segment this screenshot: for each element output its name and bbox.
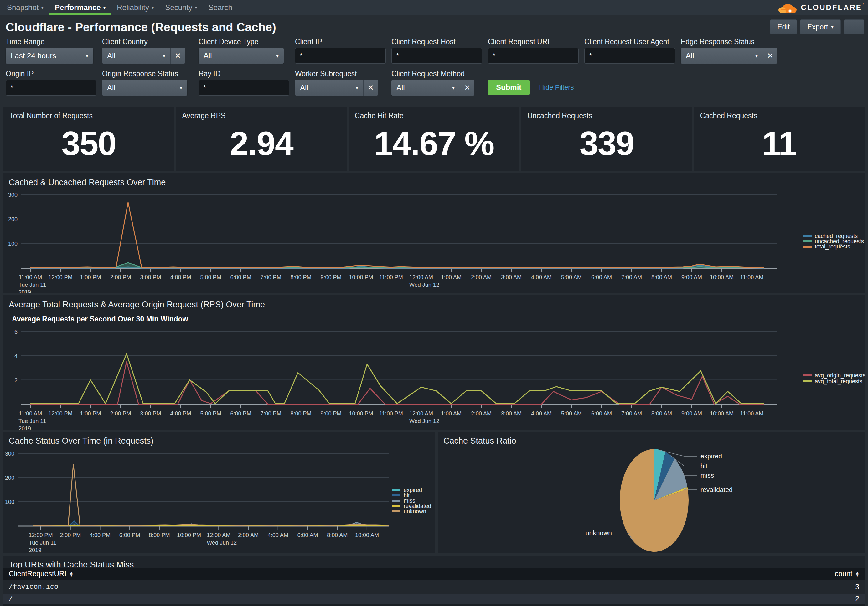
filter-worker-subrequest: Worker Subrequest All ▾ ✕	[295, 70, 391, 96]
svg-text:11:00 PM: 11:00 PM	[379, 274, 403, 280]
svg-text:4:00 PM: 4:00 PM	[170, 410, 191, 417]
svg-text:8:00 AM: 8:00 AM	[327, 532, 347, 538]
caret-down-icon: ▾	[356, 85, 358, 91]
svg-text:3:00 PM: 3:00 PM	[140, 274, 161, 280]
svg-text:7:00 PM: 7:00 PM	[260, 274, 281, 280]
svg-text:11:00 AM: 11:00 AM	[19, 410, 42, 417]
svg-text:3:00 PM: 3:00 PM	[140, 410, 161, 417]
edit-button[interactable]: Edit	[770, 19, 797, 34]
caret-down-icon: ▾	[103, 5, 106, 10]
svg-text:2019: 2019	[19, 289, 31, 293]
svg-text:8:00 AM: 8:00 AM	[651, 410, 672, 417]
client-request-host-input[interactable]	[391, 48, 482, 64]
filter-client-request-uri: Client Request URI	[488, 37, 584, 64]
client-country-clear-button[interactable]: ✕	[170, 48, 185, 64]
svg-text:2:00 PM: 2:00 PM	[60, 532, 81, 538]
pie-label-hit: hit	[701, 462, 707, 469]
submit-button[interactable]: Submit	[488, 80, 530, 95]
export-button[interactable]: Export ▾	[800, 19, 841, 34]
filter-row-2: Origin IP Origin Response Status All ▾ R…	[6, 70, 574, 96]
edge-response-status-clear-button[interactable]: ✕	[763, 48, 777, 64]
svg-text:12:00 PM: 12:00 PM	[48, 410, 72, 417]
legend-label: avg_total_requests	[815, 378, 862, 385]
filter-label: Client Country	[102, 37, 198, 45]
table-row: /favicon.ico 3	[3, 580, 865, 594]
nav-search[interactable]: Search	[203, 0, 238, 15]
kpi-value: 2.94	[176, 120, 347, 171]
svg-text:10:00 PM: 10:00 PM	[349, 410, 373, 417]
svg-text:12:00 PM: 12:00 PM	[48, 274, 72, 280]
origin-ip-input[interactable]	[6, 80, 96, 96]
worker-subrequest-clear-button[interactable]: ✕	[363, 80, 378, 96]
caret-down-icon: ▾	[755, 53, 758, 59]
nav-security[interactable]: Security ▾	[160, 0, 203, 15]
nav-performance[interactable]: Performance ▾	[49, 0, 111, 15]
kpi-cache-hit-rate: Cache Hit Rate 14.67 %	[349, 107, 519, 171]
svg-text:5:00 AM: 5:00 AM	[561, 410, 582, 417]
dashboard-page: Snapshot ▾ Performance ▾ Reliability ▾ S…	[0, 0, 868, 606]
origin-response-status-select[interactable]: All ▾	[102, 80, 187, 96]
panel-cached-uncached-requests: 10020030011:00 AMTue Jun 11201912:00 PM1…	[3, 173, 865, 293]
svg-text:8:00 PM: 8:00 PM	[290, 410, 311, 417]
svg-text:10:00 AM: 10:00 AM	[355, 532, 379, 538]
total_requests-line	[30, 202, 764, 267]
filter-client-request-host: Client Request Host	[391, 37, 488, 64]
unknown-line	[33, 465, 389, 525]
hide-filters-link[interactable]: Hide Filters	[539, 80, 574, 96]
svg-text:2:00 PM: 2:00 PM	[110, 274, 131, 280]
legend-label: avg_origin_requests	[815, 372, 865, 379]
client-device-type-select[interactable]: All ▾	[198, 48, 284, 64]
filter-origin-response-status: Origin Response Status All ▾	[102, 70, 198, 96]
more-options-button[interactable]: ...	[844, 19, 864, 34]
svg-text:11:00 PM: 11:00 PM	[379, 410, 403, 417]
pie-label-revalidated: revalidated	[701, 486, 733, 493]
client-request-method-clear-button[interactable]: ✕	[460, 80, 474, 96]
svg-text:6:00 PM: 6:00 PM	[230, 410, 251, 417]
caret-down-icon: ▾	[86, 53, 88, 59]
svg-text:Wed Jun 12: Wed Jun 12	[409, 418, 439, 424]
client-request-user-agent-input[interactable]	[584, 48, 675, 64]
nav-snapshot[interactable]: Snapshot ▾	[1, 0, 49, 15]
ray-id-input[interactable]	[198, 80, 289, 96]
uri-cell: /favicon.ico	[3, 583, 855, 591]
client-country-select[interactable]: All ▾	[102, 48, 170, 64]
filter-label: Client Request User Agent	[584, 37, 681, 45]
svg-text:6:00 AM: 6:00 AM	[297, 532, 318, 538]
client-request-uri-input[interactable]	[488, 48, 579, 64]
column-header-clientrequesturi[interactable]: ClientRequestURI ▲▼	[3, 570, 756, 578]
table-row: / 2	[3, 594, 865, 604]
filter-label: Ray ID	[198, 70, 295, 77]
svg-text:100: 100	[5, 499, 14, 505]
trademark: ’	[863, 3, 863, 8]
svg-text:2:00 PM: 2:00 PM	[110, 410, 131, 417]
pie-label-unknown: unknown	[586, 529, 612, 536]
svg-text:6:00 PM: 6:00 PM	[119, 532, 140, 538]
filter-label: Client IP	[295, 37, 391, 45]
svg-text:4:00 AM: 4:00 AM	[268, 532, 288, 538]
avg_origin_requests-line	[30, 362, 764, 404]
panel-title: Cached & Uncached Requests Over Time	[9, 178, 166, 187]
column-header-count[interactable]: count ▲▼	[756, 568, 865, 580]
nav-reliability[interactable]: Reliability ▾	[111, 0, 160, 15]
filter-ray-id: Ray ID	[198, 70, 295, 96]
uri-cell: /	[3, 595, 855, 603]
worker-subrequest-select[interactable]: All ▾	[295, 80, 363, 96]
caret-down-icon: ▾	[152, 5, 154, 10]
time-range-select[interactable]: Last 24 hours ▾	[6, 48, 93, 64]
svg-text:Tue Jun 11: Tue Jun 11	[19, 282, 46, 288]
edge-response-status-select[interactable]: All ▾	[681, 48, 763, 64]
svg-text:4: 4	[14, 353, 17, 359]
svg-text:9:00 AM: 9:00 AM	[681, 410, 702, 417]
svg-text:12:00 AM: 12:00 AM	[409, 410, 433, 417]
svg-text:2019: 2019	[29, 547, 41, 553]
svg-text:100: 100	[8, 241, 17, 247]
svg-text:6: 6	[14, 329, 17, 335]
client-ip-input[interactable]	[295, 48, 386, 64]
client-request-method-select[interactable]: All ▾	[391, 80, 460, 96]
panel-title: Average Total Requests & Average Origin …	[9, 300, 265, 309]
svg-text:6:00 AM: 6:00 AM	[591, 410, 612, 417]
svg-text:2:00 AM: 2:00 AM	[471, 410, 491, 417]
caret-down-icon: ▾	[276, 53, 279, 59]
svg-text:3:00 AM: 3:00 AM	[501, 410, 522, 417]
cloud-icon	[775, 1, 799, 14]
